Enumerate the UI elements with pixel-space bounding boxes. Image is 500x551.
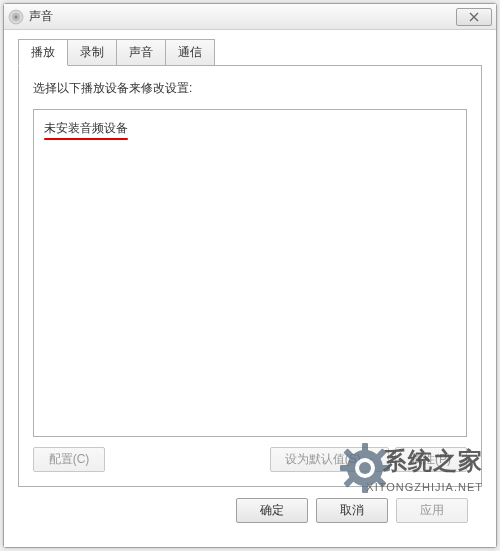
device-list[interactable]: 未安装音频设备	[33, 109, 467, 437]
no-device-message: 未安装音频设备	[44, 120, 128, 137]
close-button[interactable]	[456, 8, 492, 26]
config-button-row: 配置(C) 设为默认值(S) ▼ 属性(P)	[33, 447, 467, 472]
set-default-button[interactable]: 设为默认值(S) ▼	[270, 447, 389, 472]
instruction-text: 选择以下播放设备来修改设置:	[33, 80, 467, 97]
sound-dialog-window: 声音 播放 录制 声音 通信 选择以下播放设备来修改设置: 未安装音频设备	[3, 3, 497, 548]
configure-button[interactable]: 配置(C)	[33, 447, 105, 472]
svg-point-2	[15, 15, 18, 18]
red-underline	[44, 138, 128, 140]
content-area: 播放 录制 声音 通信 选择以下播放设备来修改设置: 未安装音频设备 配置(C)	[4, 30, 496, 547]
cancel-button[interactable]: 取消	[316, 498, 388, 523]
tab-sounds[interactable]: 声音	[116, 39, 166, 66]
right-button-group: 设为默认值(S) ▼ 属性(P)	[270, 447, 467, 472]
ok-button[interactable]: 确定	[236, 498, 308, 523]
titlebar: 声音	[4, 4, 496, 30]
tab-strip: 播放 录制 声音 通信	[18, 38, 482, 65]
tab-playback[interactable]: 播放	[18, 39, 68, 66]
apply-button[interactable]: 应用	[396, 498, 468, 523]
window-title: 声音	[29, 8, 456, 25]
tab-communications[interactable]: 通信	[165, 39, 215, 66]
dialog-footer: 确定 取消 应用	[18, 487, 482, 533]
tab-recording[interactable]: 录制	[67, 39, 117, 66]
dropdown-arrow-icon: ▼	[366, 456, 374, 465]
tab-content-playback: 选择以下播放设备来修改设置: 未安装音频设备 配置(C) 设为默认值(S) ▼ …	[18, 65, 482, 487]
close-icon	[469, 12, 479, 22]
speaker-icon	[8, 9, 24, 25]
properties-button[interactable]: 属性(P)	[395, 447, 467, 472]
